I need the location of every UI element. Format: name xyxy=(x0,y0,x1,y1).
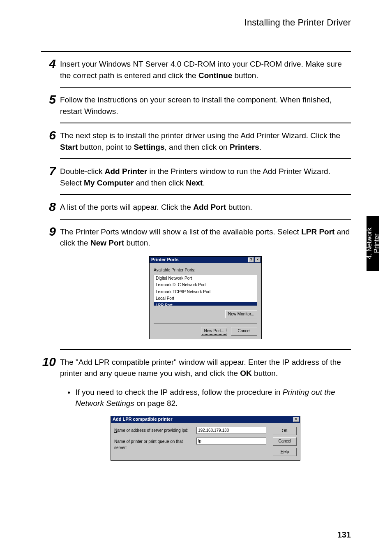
step-8: 8 A list of the ports will appear. Click… xyxy=(41,199,351,219)
section-tab-label: 4. Network Printer xyxy=(365,228,380,259)
text: button, point to xyxy=(78,143,134,151)
divider xyxy=(60,87,351,88)
dialog-titlebar: Add LPR compatible printer × xyxy=(111,416,300,423)
dialog-body: Name or address of server providing lpd:… xyxy=(111,423,300,461)
new-port-button[interactable]: New Port... xyxy=(201,327,227,336)
text: , and then click on xyxy=(165,143,230,151)
divider xyxy=(60,194,351,195)
new-monitor-row: New Monitor... xyxy=(154,310,257,319)
new-monitor-button[interactable]: New Monitor... xyxy=(225,310,257,319)
server-address-label: Name or address of server providing lpd: xyxy=(114,428,196,434)
dialog-body: Available Printer Ports: Digital Network… xyxy=(150,263,261,339)
steps-list: 4 Insert your Windows NT Server 4.0 CD-R… xyxy=(41,51,351,466)
step-10: 10 The "Add LPR compatible printer" wind… xyxy=(41,354,351,467)
queue-name-label: Name of printer or print queue on that s… xyxy=(114,439,196,451)
dialog-titlebar: Printer Ports ? × xyxy=(150,257,261,263)
bold-text: New Port xyxy=(90,239,124,247)
step-text: A list of the ports will appear. Click t… xyxy=(60,202,351,219)
step-text: The "Add LPR compatible printer" window … xyxy=(60,357,351,467)
step-number: 9 xyxy=(41,225,60,238)
printer-ports-dialog: Printer Ports ? × Available Printer Port… xyxy=(149,256,262,339)
cancel-button[interactable]: Cancel xyxy=(273,437,297,446)
help-icon[interactable]: ? xyxy=(248,257,254,262)
step-6: 6 The next step is to install the printe… xyxy=(41,127,351,158)
bold-text: My Computer xyxy=(84,178,134,187)
step-text: Follow the instructions on your screen t… xyxy=(60,94,351,123)
close-icon[interactable]: × xyxy=(293,417,299,422)
step-number: 10 xyxy=(41,356,60,368)
divider xyxy=(60,123,351,123)
page: Installing the Printer Driver 4 Insert y… xyxy=(0,0,392,556)
step-number: 6 xyxy=(41,129,60,141)
divider xyxy=(154,323,257,324)
bold-text: LPR Port xyxy=(301,227,334,236)
step-number: 7 xyxy=(41,165,60,177)
divider xyxy=(60,349,351,350)
text: 4. Network xyxy=(365,228,372,259)
buttons-column: OK Cancel Help xyxy=(266,427,297,456)
step-text: Insert your Windows NT Server 4.0 CD-ROM… xyxy=(60,58,351,87)
text: and then click xyxy=(134,178,186,187)
bold-text: Add Port xyxy=(193,203,226,211)
dialog-bottom-buttons: New Port... Cancel xyxy=(154,327,257,336)
dialog-title: Add LPR compatible printer xyxy=(113,416,172,423)
text: . xyxy=(259,143,261,151)
dialog-title: Printer Ports xyxy=(151,257,179,263)
page-title: Installing the Printer Driver xyxy=(41,17,351,28)
ports-listbox[interactable]: Digital Network Port Lexmark DLC Network… xyxy=(154,275,257,306)
step-4: 4 Insert your Windows NT Server 4.0 CD-R… xyxy=(41,56,351,87)
divider xyxy=(60,219,351,220)
bold-text: Settings xyxy=(134,143,165,151)
text: The next step is to install the printer … xyxy=(60,131,340,140)
bold-text: Printers xyxy=(230,143,259,151)
text: button. xyxy=(252,369,278,378)
cancel-button[interactable]: Cancel xyxy=(231,327,257,336)
labels-column: Name or address of server providing lpd:… xyxy=(114,427,196,456)
text: button. xyxy=(124,239,150,247)
text: The "Add LPR compatible printer" window … xyxy=(60,358,341,378)
step-number: 8 xyxy=(41,201,60,213)
bold-text: Continue xyxy=(198,71,232,80)
step-5: 5 Follow the instructions on your screen… xyxy=(41,92,351,123)
divider xyxy=(41,51,351,52)
available-ports-label: Available Printer Ports: xyxy=(154,267,257,273)
text: Printer xyxy=(373,234,380,253)
step-number: 5 xyxy=(41,93,60,106)
add-lpr-printer-dialog: Add LPR compatible printer × Name or add… xyxy=(111,416,300,461)
section-tab: 4. Network Printer xyxy=(367,216,379,271)
step-number: 4 xyxy=(41,58,60,70)
step-text: The Printer Ports window will show a lis… xyxy=(60,226,351,349)
step-7: 7 Double-click Add Printer in the Printe… xyxy=(41,163,351,194)
list-item-selected[interactable]: LPR Port xyxy=(154,302,257,306)
list-item[interactable]: Lexmark TCP/IP Network Port xyxy=(154,289,257,296)
bold-text: OK xyxy=(240,369,252,378)
bold-text: Add Printer xyxy=(105,167,147,176)
step-text: The next step is to install the printer … xyxy=(60,130,351,158)
list-item[interactable]: Digital Network Port xyxy=(154,275,257,282)
text: The Printer Ports window will show a lis… xyxy=(60,227,301,236)
text: . xyxy=(203,178,205,187)
divider xyxy=(60,158,351,159)
server-address-input[interactable]: 192.168.179.138 xyxy=(196,427,266,434)
inputs-column: 192.168.179.138 lp xyxy=(196,427,266,456)
step-9: 9 The Printer Ports window will show a l… xyxy=(41,224,351,349)
bold-text: Start xyxy=(60,143,78,151)
page-number: 131 xyxy=(337,530,351,540)
text: Follow the instructions on your screen t… xyxy=(60,95,332,116)
ok-button[interactable]: OK xyxy=(273,427,297,436)
text: If you need to check the IP address, fol… xyxy=(75,388,283,396)
help-button[interactable]: Help xyxy=(273,448,297,456)
text: button. xyxy=(226,203,252,211)
list-item[interactable]: Local Port xyxy=(154,295,257,302)
bold-text: Next xyxy=(186,178,203,187)
titlebar-buttons: ? × xyxy=(248,257,261,262)
close-icon[interactable]: × xyxy=(255,257,261,262)
bullet-item: If you need to check the IP address, fol… xyxy=(60,387,351,409)
list-item[interactable]: Lexmark DLC Network Port xyxy=(154,282,257,289)
text: A list of the ports will appear. Click t… xyxy=(60,203,193,211)
text: button. xyxy=(232,71,258,80)
bullet-text: If you need to check the IP address, fol… xyxy=(75,387,351,409)
queue-name-input[interactable]: lp xyxy=(196,438,266,445)
step-text: Double-click Add Printer in the Printers… xyxy=(60,166,351,194)
titlebar-buttons: × xyxy=(293,417,299,422)
